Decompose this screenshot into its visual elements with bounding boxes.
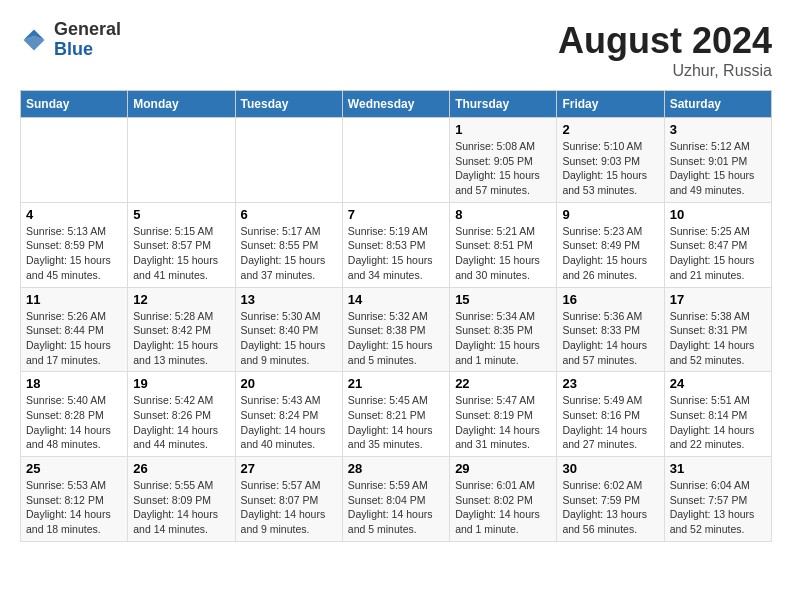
day-info: Sunrise: 5:28 AM Sunset: 8:42 PM Dayligh… (133, 309, 229, 368)
calendar-day-cell: 17Sunrise: 5:38 AM Sunset: 8:31 PM Dayli… (664, 287, 771, 372)
day-info: Sunrise: 5:15 AM Sunset: 8:57 PM Dayligh… (133, 224, 229, 283)
day-number: 29 (455, 461, 551, 476)
calendar-day-cell: 22Sunrise: 5:47 AM Sunset: 8:19 PM Dayli… (450, 372, 557, 457)
day-info: Sunrise: 5:49 AM Sunset: 8:16 PM Dayligh… (562, 393, 658, 452)
calendar-week-row: 11Sunrise: 5:26 AM Sunset: 8:44 PM Dayli… (21, 287, 772, 372)
calendar-day-cell (235, 118, 342, 203)
logo: General Blue (20, 20, 121, 60)
day-info: Sunrise: 5:17 AM Sunset: 8:55 PM Dayligh… (241, 224, 337, 283)
day-number: 10 (670, 207, 766, 222)
calendar-day-cell: 26Sunrise: 5:55 AM Sunset: 8:09 PM Dayli… (128, 457, 235, 542)
calendar-day-cell: 25Sunrise: 5:53 AM Sunset: 8:12 PM Dayli… (21, 457, 128, 542)
logo-text: General Blue (54, 20, 121, 60)
calendar-day-cell: 15Sunrise: 5:34 AM Sunset: 8:35 PM Dayli… (450, 287, 557, 372)
calendar-day-cell: 30Sunrise: 6:02 AM Sunset: 7:59 PM Dayli… (557, 457, 664, 542)
calendar-day-cell: 7Sunrise: 5:19 AM Sunset: 8:53 PM Daylig… (342, 202, 449, 287)
calendar-day-cell: 19Sunrise: 5:42 AM Sunset: 8:26 PM Dayli… (128, 372, 235, 457)
day-info: Sunrise: 5:19 AM Sunset: 8:53 PM Dayligh… (348, 224, 444, 283)
calendar-day-cell: 1Sunrise: 5:08 AM Sunset: 9:05 PM Daylig… (450, 118, 557, 203)
calendar-day-header: Sunday (21, 91, 128, 118)
day-number: 17 (670, 292, 766, 307)
calendar-day-cell: 12Sunrise: 5:28 AM Sunset: 8:42 PM Dayli… (128, 287, 235, 372)
day-number: 30 (562, 461, 658, 476)
day-number: 5 (133, 207, 229, 222)
logo-blue-text: Blue (54, 40, 121, 60)
calendar-day-header: Tuesday (235, 91, 342, 118)
calendar-day-cell: 8Sunrise: 5:21 AM Sunset: 8:51 PM Daylig… (450, 202, 557, 287)
calendar-day-cell: 23Sunrise: 5:49 AM Sunset: 8:16 PM Dayli… (557, 372, 664, 457)
calendar-day-header: Monday (128, 91, 235, 118)
day-info: Sunrise: 5:34 AM Sunset: 8:35 PM Dayligh… (455, 309, 551, 368)
day-number: 11 (26, 292, 122, 307)
day-number: 8 (455, 207, 551, 222)
day-number: 19 (133, 376, 229, 391)
month-year-title: August 2024 (558, 20, 772, 62)
day-number: 26 (133, 461, 229, 476)
calendar-day-cell: 4Sunrise: 5:13 AM Sunset: 8:59 PM Daylig… (21, 202, 128, 287)
calendar-day-header: Saturday (664, 91, 771, 118)
day-info: Sunrise: 5:10 AM Sunset: 9:03 PM Dayligh… (562, 139, 658, 198)
day-info: Sunrise: 5:08 AM Sunset: 9:05 PM Dayligh… (455, 139, 551, 198)
calendar-week-row: 18Sunrise: 5:40 AM Sunset: 8:28 PM Dayli… (21, 372, 772, 457)
calendar-day-header: Friday (557, 91, 664, 118)
day-number: 31 (670, 461, 766, 476)
day-info: Sunrise: 6:01 AM Sunset: 8:02 PM Dayligh… (455, 478, 551, 537)
calendar-day-cell: 3Sunrise: 5:12 AM Sunset: 9:01 PM Daylig… (664, 118, 771, 203)
day-number: 15 (455, 292, 551, 307)
day-info: Sunrise: 5:53 AM Sunset: 8:12 PM Dayligh… (26, 478, 122, 537)
day-number: 18 (26, 376, 122, 391)
calendar-day-cell: 16Sunrise: 5:36 AM Sunset: 8:33 PM Dayli… (557, 287, 664, 372)
calendar-day-cell: 13Sunrise: 5:30 AM Sunset: 8:40 PM Dayli… (235, 287, 342, 372)
calendar-day-cell (21, 118, 128, 203)
calendar-day-cell: 24Sunrise: 5:51 AM Sunset: 8:14 PM Dayli… (664, 372, 771, 457)
day-number: 21 (348, 376, 444, 391)
calendar-day-cell (128, 118, 235, 203)
day-number: 22 (455, 376, 551, 391)
calendar-header-row: SundayMondayTuesdayWednesdayThursdayFrid… (21, 91, 772, 118)
day-number: 13 (241, 292, 337, 307)
day-number: 3 (670, 122, 766, 137)
calendar-day-cell: 14Sunrise: 5:32 AM Sunset: 8:38 PM Dayli… (342, 287, 449, 372)
day-info: Sunrise: 5:30 AM Sunset: 8:40 PM Dayligh… (241, 309, 337, 368)
calendar-day-cell: 20Sunrise: 5:43 AM Sunset: 8:24 PM Dayli… (235, 372, 342, 457)
calendar-day-cell: 28Sunrise: 5:59 AM Sunset: 8:04 PM Dayli… (342, 457, 449, 542)
logo-general-text: General (54, 20, 121, 40)
day-number: 14 (348, 292, 444, 307)
calendar-day-cell: 2Sunrise: 5:10 AM Sunset: 9:03 PM Daylig… (557, 118, 664, 203)
day-info: Sunrise: 6:02 AM Sunset: 7:59 PM Dayligh… (562, 478, 658, 537)
day-info: Sunrise: 5:47 AM Sunset: 8:19 PM Dayligh… (455, 393, 551, 452)
day-number: 20 (241, 376, 337, 391)
day-info: Sunrise: 5:12 AM Sunset: 9:01 PM Dayligh… (670, 139, 766, 198)
day-info: Sunrise: 5:59 AM Sunset: 8:04 PM Dayligh… (348, 478, 444, 537)
day-number: 9 (562, 207, 658, 222)
day-info: Sunrise: 5:51 AM Sunset: 8:14 PM Dayligh… (670, 393, 766, 452)
day-number: 12 (133, 292, 229, 307)
day-number: 7 (348, 207, 444, 222)
day-info: Sunrise: 5:43 AM Sunset: 8:24 PM Dayligh… (241, 393, 337, 452)
location-subtitle: Uzhur, Russia (558, 62, 772, 80)
day-number: 24 (670, 376, 766, 391)
calendar-day-header: Thursday (450, 91, 557, 118)
calendar-day-header: Wednesday (342, 91, 449, 118)
calendar-day-cell: 27Sunrise: 5:57 AM Sunset: 8:07 PM Dayli… (235, 457, 342, 542)
day-info: Sunrise: 5:32 AM Sunset: 8:38 PM Dayligh… (348, 309, 444, 368)
day-info: Sunrise: 5:57 AM Sunset: 8:07 PM Dayligh… (241, 478, 337, 537)
day-number: 2 (562, 122, 658, 137)
day-number: 6 (241, 207, 337, 222)
title-block: August 2024 Uzhur, Russia (558, 20, 772, 80)
day-number: 27 (241, 461, 337, 476)
day-info: Sunrise: 5:21 AM Sunset: 8:51 PM Dayligh… (455, 224, 551, 283)
day-info: Sunrise: 5:38 AM Sunset: 8:31 PM Dayligh… (670, 309, 766, 368)
calendar-day-cell: 11Sunrise: 5:26 AM Sunset: 8:44 PM Dayli… (21, 287, 128, 372)
day-info: Sunrise: 6:04 AM Sunset: 7:57 PM Dayligh… (670, 478, 766, 537)
day-number: 4 (26, 207, 122, 222)
day-info: Sunrise: 5:25 AM Sunset: 8:47 PM Dayligh… (670, 224, 766, 283)
day-info: Sunrise: 5:23 AM Sunset: 8:49 PM Dayligh… (562, 224, 658, 283)
day-info: Sunrise: 5:45 AM Sunset: 8:21 PM Dayligh… (348, 393, 444, 452)
calendar-day-cell: 29Sunrise: 6:01 AM Sunset: 8:02 PM Dayli… (450, 457, 557, 542)
day-number: 23 (562, 376, 658, 391)
logo-icon (20, 26, 48, 54)
calendar-day-cell: 18Sunrise: 5:40 AM Sunset: 8:28 PM Dayli… (21, 372, 128, 457)
calendar-week-row: 4Sunrise: 5:13 AM Sunset: 8:59 PM Daylig… (21, 202, 772, 287)
calendar-day-cell: 5Sunrise: 5:15 AM Sunset: 8:57 PM Daylig… (128, 202, 235, 287)
